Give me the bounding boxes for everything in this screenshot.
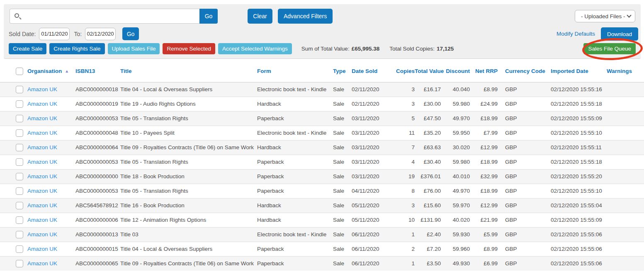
column-header-imported-date[interactable]: Imported Date	[543, 61, 603, 82]
table-row: Amazon UKABC0000000064Title 09 - Royalti…	[0, 140, 644, 155]
column-header-type[interactable]: Type	[332, 61, 350, 82]
form-cell: Paperback	[257, 184, 332, 198]
imported-date-cell: 02/12/2020 15:55:04	[543, 198, 603, 213]
row-checkbox[interactable]	[16, 260, 23, 267]
select-all-checkbox[interactable]	[16, 68, 23, 75]
column-header-discount[interactable]: Discount	[441, 61, 470, 82]
search-input[interactable]	[10, 9, 199, 24]
row-checkbox[interactable]	[16, 100, 23, 108]
row-checkbox[interactable]	[16, 144, 23, 151]
table-row: Amazon UKABC0000000053Title 05 - Transla…	[0, 155, 644, 169]
copies-cell: 2	[382, 242, 415, 256]
date-sold-cell: 03/11/2020	[350, 169, 382, 184]
imported-date-cell: 02/12/2020 15:55:11	[543, 140, 603, 155]
organisation-link[interactable]: Amazon UK	[27, 246, 57, 252]
row-checkbox[interactable]	[16, 115, 23, 122]
organisation-link[interactable]: Amazon UK	[27, 217, 57, 223]
sold-date-filter: Sold Date: To: Go	[9, 27, 139, 40]
upload-sales-file-button[interactable]: Upload Sales File	[108, 43, 160, 54]
row-checkbox[interactable]	[16, 86, 23, 93]
create-sale-button[interactable]: Create Sale	[9, 43, 46, 54]
table-row: Amazon UKABC0000000065Title 09 - Royalti…	[0, 256, 644, 271]
table-row: Amazon UKABC0000000018Title 04 - Local &…	[0, 82, 644, 97]
row-checkbox[interactable]	[16, 173, 23, 180]
isbn13-cell: ABC0000000053	[75, 184, 120, 198]
download-button[interactable]: Download	[601, 27, 638, 41]
row-checkbox[interactable]	[16, 245, 23, 253]
search-icon	[15, 13, 19, 18]
imported-date-cell: 02/12/2020 15:55:18	[543, 155, 603, 169]
column-header-organisation[interactable]: Organisation▲	[27, 61, 75, 82]
sold-date-from-input[interactable]	[39, 28, 70, 40]
sold-date-to-input[interactable]	[85, 28, 116, 40]
copies-cell: 1	[382, 256, 415, 271]
row-checkbox[interactable]	[16, 158, 23, 166]
column-header-title[interactable]: Title	[120, 61, 257, 82]
clear-button[interactable]: Clear	[248, 9, 272, 24]
organisation-link[interactable]: Amazon UK	[27, 159, 57, 165]
total-value-cell: £15.60	[415, 198, 441, 213]
warnings-cell	[603, 155, 644, 169]
organisation-link[interactable]: Amazon UK	[27, 130, 57, 136]
organisation-link[interactable]: Amazon UK	[27, 188, 57, 194]
currency-code-cell: GBP	[498, 227, 543, 242]
form-cell: Hardback	[257, 198, 332, 213]
row-checkbox[interactable]	[16, 216, 23, 224]
create-rights-sale-button[interactable]: Create Rights Sale	[49, 43, 104, 54]
discount-cell: 59.930	[441, 227, 470, 242]
isbn13-cell: ABC0000000048	[75, 126, 120, 140]
column-header-currency-code[interactable]: Currency Code	[498, 61, 543, 82]
net-rrp-cell: £18.99	[470, 155, 498, 169]
isbn13-cell: ABC0000000013	[75, 227, 120, 242]
row-checkbox[interactable]	[16, 187, 23, 195]
summary-totals: Sum of Total Value: £65,995.38 Total Sol…	[301, 46, 454, 52]
isbn13-cell: ABC0000000018	[75, 82, 120, 97]
form-cell: Paperback	[257, 242, 332, 256]
type-cell: Sale	[332, 126, 350, 140]
organisation-link[interactable]: Amazon UK	[27, 101, 57, 107]
sold-date-go-button[interactable]: Go	[122, 27, 139, 40]
discount-cell: 49.970	[441, 184, 470, 198]
date-sold-cell: 03/11/2020	[350, 126, 382, 140]
copies-cell: 11	[382, 126, 415, 140]
search-go-button[interactable]: Go	[199, 9, 218, 24]
title-cell: Title 16 - Book Production	[120, 198, 257, 213]
accept-selected-warnings-button[interactable]: Accept Selected Warnings	[218, 43, 292, 54]
organisation-cell: Amazon UK	[27, 111, 75, 126]
organisation-cell: Amazon UK	[27, 155, 75, 169]
sales-file-queue-button[interactable]: Sales File Queue	[583, 43, 636, 54]
warnings-cell	[603, 256, 644, 271]
organisation-cell: Amazon UK	[27, 213, 75, 227]
form-cell: Paperback	[257, 111, 332, 126]
column-header-net-rrp[interactable]: Net RRP	[470, 61, 498, 82]
title-cell: Title 12 - Animation Rights Options	[120, 213, 257, 227]
uploaded-files-selected-value: - Uploaded Files -	[581, 13, 625, 19]
advanced-filters-button[interactable]: Advanced Filters	[278, 9, 333, 24]
warnings-cell	[603, 140, 644, 155]
column-header-date-sold[interactable]: Date Sold	[350, 61, 382, 82]
form-cell: Electronic book text - Kindle	[257, 82, 332, 97]
column-header-isbn13[interactable]: ISBN13	[75, 61, 120, 82]
organisation-link[interactable]: Amazon UK	[27, 115, 57, 121]
title-cell: Title 04 - Local & Overseas Suppliers	[120, 242, 257, 256]
uploaded-files-dropdown[interactable]: - Uploaded Files -	[575, 10, 635, 22]
modify-defaults-link[interactable]: Modify Defaults	[557, 31, 595, 37]
remove-selected-button[interactable]: Remove Selected	[163, 43, 215, 54]
column-header-total-value[interactable]: Total Value	[415, 61, 441, 82]
organisation-link[interactable]: Amazon UK	[27, 173, 57, 179]
date-sold-cell: 05/11/2020	[350, 213, 382, 227]
organisation-link[interactable]: Amazon UK	[27, 86, 57, 92]
organisation-link[interactable]: Amazon UK	[27, 202, 57, 209]
column-header-form[interactable]: Form	[257, 61, 332, 82]
row-checkbox[interactable]	[16, 202, 23, 209]
imported-date-cell: 02/12/2020 15:55:20	[543, 169, 603, 184]
column-header-warnings[interactable]: Warnings	[603, 61, 644, 82]
date-sold-cell: 04/11/2020	[350, 184, 382, 198]
organisation-link[interactable]: Amazon UK	[27, 260, 57, 267]
organisation-link[interactable]: Amazon UK	[27, 231, 57, 238]
row-checkbox[interactable]	[16, 129, 23, 137]
column-header-copies[interactable]: Copies	[382, 61, 415, 82]
row-checkbox[interactable]	[16, 231, 23, 238]
discount-cell: 40.040	[441, 82, 470, 97]
organisation-link[interactable]: Amazon UK	[27, 144, 57, 150]
